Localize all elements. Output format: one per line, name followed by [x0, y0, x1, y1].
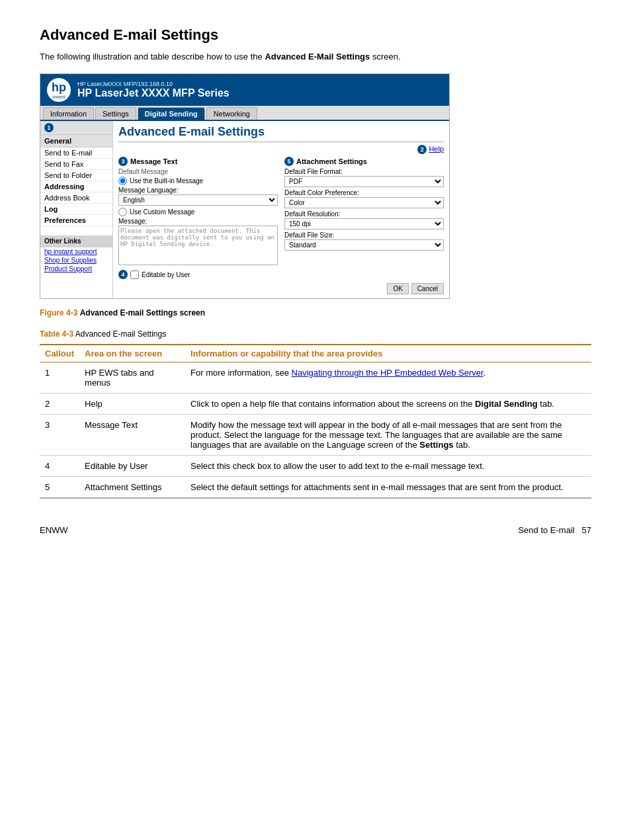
color-pref-label: Default Color Preference: [284, 189, 444, 196]
radio-builtin-row: Use the Built-in Message [118, 177, 278, 185]
sidebar-item-log[interactable]: Log [40, 204, 112, 215]
col-area: Area on the screen [79, 345, 185, 362]
nav-tabs: Information Settings Digital Sending Net… [40, 106, 449, 121]
main-area: 1 General Send to E-mail Send to Fax Sen… [40, 121, 449, 298]
callout-3-badge: 3 [118, 157, 128, 166]
callout-4-badge: 4 [118, 270, 128, 279]
row5-callout: 5 [40, 477, 79, 499]
figure-caption: Figure 4-3 Advanced E-mail Settings scre… [40, 308, 591, 317]
tab-digital-sending[interactable]: Digital Sending [138, 107, 205, 120]
hp-invent-text: invent [53, 95, 65, 99]
radio-custom-row: Use Custom Message [118, 208, 278, 216]
hp-logo: hp invent [47, 78, 71, 102]
ok-button[interactable]: OK [387, 283, 408, 294]
table-row: 3 Message Text Modify how the message te… [40, 415, 591, 456]
footer-section: Send to E-mail [518, 525, 574, 535]
resolution-label: Default Resolution: [284, 210, 444, 218]
color-pref-row: Default Color Preference: Color [284, 189, 444, 208]
page-footer: ENWW Send to E-mail 57 [40, 525, 591, 535]
message-text-section: 3 Message Text Default Message Use the B… [118, 157, 278, 279]
file-size-label: Default File Size: [284, 231, 444, 239]
sidebar-link-shop[interactable]: Shop for Supplies [40, 256, 112, 265]
tab-information[interactable]: Information [43, 107, 94, 120]
editable-by-user-checkbox[interactable] [130, 271, 139, 279]
callout-1-badge: 1 [44, 123, 54, 132]
sidebar-item-send-email[interactable]: Send to E-mail [40, 147, 112, 159]
file-size-row: Default File Size: Standard [284, 231, 444, 251]
sidebar-link-product-support[interactable]: Product Support [40, 265, 112, 273]
ews-link[interactable]: Navigating through the HP Embedded Web S… [292, 368, 484, 378]
button-row: OK Cancel [118, 283, 444, 294]
col-info: Information or capability that the area … [185, 345, 591, 362]
content-panel: Advanced E-mail Settings 2 Help 3 Messag… [113, 121, 449, 298]
panel-top: 2 Help [118, 145, 444, 154]
footer-page-number: 57 [582, 525, 591, 535]
sidebar-general-header: General [40, 135, 112, 147]
color-select[interactable]: Color [284, 197, 444, 208]
language-select[interactable]: English [118, 194, 278, 206]
file-format-select[interactable]: PDF [284, 176, 444, 187]
message-textarea[interactable]: Please open the attached document. This … [118, 226, 278, 265]
callout-2-badge: 2 [417, 145, 427, 154]
row3-info: Modify how the message text will appear … [185, 415, 591, 456]
attachment-settings-section: 5 Attachment Settings Default File Forma… [284, 157, 444, 279]
sidebar: 1 General Send to E-mail Send to Fax Sen… [40, 121, 113, 298]
row4-area: Editable by User [79, 456, 185, 477]
language-field-label: Message Language: [118, 187, 278, 194]
resolution-row: Default Resolution: 150 dpi [284, 210, 444, 230]
table-row: 5 Attachment Settings Select the default… [40, 477, 591, 499]
message-text-header-row: 3 Message Text [118, 157, 278, 166]
sidebar-other-links-header: Other Links [40, 235, 112, 247]
tab-settings[interactable]: Settings [95, 107, 136, 120]
hp-header-content: HP LaserJetXXX MFP/192.168.0.10 HP Laser… [77, 81, 230, 99]
callout-5-badge: 5 [284, 157, 294, 166]
row2-callout: 2 [40, 394, 79, 415]
sidebar-link-hp-instant[interactable]: hp instant support [40, 247, 112, 256]
figure-label: Figure 4-3 [40, 308, 77, 317]
hp-sub-text: HP LaserJetXXX MFP/192.168.0.10 [77, 81, 230, 87]
intro-text: The following illustration and table des… [40, 52, 591, 62]
sidebar-item-address-book[interactable]: Address Book [40, 192, 112, 204]
screenshot-mockup: hp invent HP LaserJetXXX MFP/192.168.0.1… [40, 73, 450, 299]
page-title: Advanced E-mail Settings [40, 26, 591, 44]
resolution-select[interactable]: 150 dpi [284, 218, 444, 230]
sidebar-item-send-fax[interactable]: Send to Fax [40, 159, 112, 170]
table-name: Advanced E-mail Settings [75, 329, 166, 339]
help-link[interactable]: Help [429, 145, 444, 154]
sidebar-item-preferences[interactable]: Preferences [40, 215, 112, 226]
sidebar-item-addressing[interactable]: Addressing [40, 181, 112, 192]
row5-info: Select the default settings for attachme… [185, 477, 591, 499]
file-format-label: Default File Format: [284, 168, 444, 175]
two-col-layout: 3 Message Text Default Message Use the B… [118, 157, 444, 279]
row2-info: Click to open a help file that contains … [185, 394, 591, 415]
sidebar-callout: 1 [40, 121, 112, 135]
cancel-button[interactable]: Cancel [411, 283, 444, 294]
message-text-label: Message Text [130, 157, 177, 165]
file-size-select[interactable]: Standard [284, 239, 444, 251]
hp-main-text: HP LaserJet XXXX MFP Series [77, 87, 230, 99]
figure-caption-text: Advanced E-mail Settings screen [80, 308, 205, 317]
footer-enww: ENWW [40, 525, 68, 535]
table-row: 4 Editable by User Select this check box… [40, 456, 591, 477]
row2-area: Help [79, 394, 185, 415]
radio-custom-label: Use Custom Message [130, 208, 194, 216]
content-title: Advanced E-mail Settings [118, 125, 444, 142]
row4-callout: 4 [40, 456, 79, 477]
table-label: Table 4-3 [40, 329, 73, 339]
editable-by-user-label: Editable by User [142, 271, 190, 278]
row1-info: For more information, see Navigating thr… [185, 362, 591, 394]
tab-networking[interactable]: Networking [206, 107, 257, 120]
intro-bold: Advanced E-Mail Settings [265, 52, 370, 62]
data-table: Callout Area on the screen Information o… [40, 344, 591, 499]
message-field-row: Message: Please open the attached docume… [118, 218, 278, 267]
sidebar-item-send-folder[interactable]: Send to Folder [40, 170, 112, 181]
attachment-label: Attachment Settings [296, 157, 367, 165]
row1-area: HP EWS tabs and menus [79, 362, 185, 394]
radio-custom[interactable] [118, 208, 127, 216]
radio-builtin[interactable] [118, 177, 127, 185]
col-callout: Callout [40, 345, 79, 362]
row3-callout: 3 [40, 415, 79, 456]
footer-right: Send to E-mail 57 [518, 525, 591, 535]
editable-by-user-row: 4 Editable by User [118, 270, 278, 279]
row4-info: Select this check box to allow the user … [185, 456, 591, 477]
